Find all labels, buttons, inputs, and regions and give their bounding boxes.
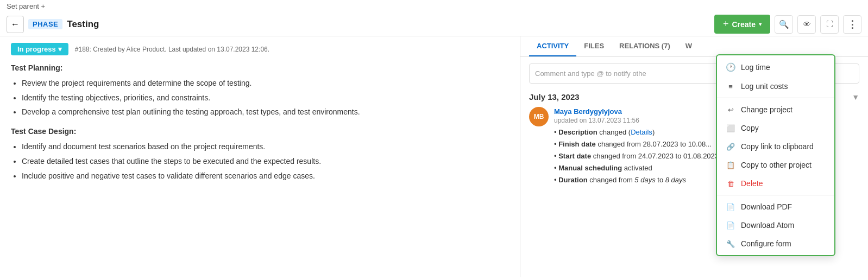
search-icon: 🔍 <box>779 20 789 29</box>
dropdown-download-pdf-label: Download PDF <box>741 202 792 211</box>
left-panel: In progress ▾ #188: Created by Alice Pro… <box>0 36 520 277</box>
search-button[interactable]: 🔍 <box>775 15 793 34</box>
back-button[interactable]: ← <box>7 16 24 33</box>
expand-button[interactable]: ⛶ <box>820 15 839 34</box>
dropdown-copy-to-project[interactable]: 📋 Copy to other project <box>717 156 834 174</box>
dropdown-copy-label: Copy <box>741 124 759 132</box>
trash-icon: 🗑 <box>726 180 735 188</box>
more-icon: ⋮ <box>847 18 857 30</box>
top-bar-left: ← PHASE Testing <box>7 16 99 33</box>
dropdown-download-pdf[interactable]: 📄 Download PDF <box>717 198 834 216</box>
tab-files[interactable]: FILES <box>576 36 612 56</box>
eye-icon: 👁 <box>803 20 811 29</box>
dropdown-download-atom[interactable]: 📄 Download Atom <box>717 216 834 234</box>
date-label: July 13, 2023 <box>529 92 580 101</box>
activity-user-link[interactable]: Maya Berdygylyjova <box>554 107 622 116</box>
meta-info: #188: Created by Alice Product. Last upd… <box>75 46 269 53</box>
list-item: Create detailed test cases that outline … <box>22 155 509 168</box>
context-dropdown-menu: 🕐 Log time ≡ Log unit costs ↩ Change pro… <box>716 54 835 256</box>
create-dropdown-arrow: ▾ <box>759 21 762 27</box>
dropdown-log-unit-costs-label: Log unit costs <box>741 82 788 91</box>
layers-icon: ≡ <box>726 82 735 91</box>
top-bar: ← PHASE Testing + Create ▾ 🔍 👁 ⛶ ⋮ <box>0 12 868 36</box>
dropdown-copy-link[interactable]: 🔗 Copy link to clipboard <box>717 137 834 156</box>
dropdown-copy-to-project-label: Copy to other project <box>741 161 812 169</box>
list-item: Identify and document test scenarios bas… <box>22 141 509 154</box>
status-label: In progress <box>17 45 56 53</box>
expand-icon: ⛶ <box>826 20 833 28</box>
dropdown-log-time[interactable]: 🕐 Log time <box>717 58 834 77</box>
content-body: Test Planning: Review the project requir… <box>11 62 509 182</box>
dropdown-log-unit-costs[interactable]: ≡ Log unit costs <box>717 77 834 96</box>
filter-icon[interactable]: ▼ <box>852 93 859 101</box>
section2-list: Identify and document test scenarios bas… <box>11 141 509 182</box>
list-item: Develop a comprehensive test plan outlin… <box>22 106 509 119</box>
dropdown-delete[interactable]: 🗑 Delete <box>717 174 834 193</box>
dropdown-divider-1 <box>717 98 834 98</box>
more-button[interactable]: ⋮ <box>843 15 861 34</box>
tab-relations[interactable]: RELATIONS (7) <box>612 36 678 56</box>
section2-title: Test Case Design: <box>11 125 509 138</box>
list-item: Review the project requirements and dete… <box>22 77 509 90</box>
create-plus-icon: + <box>723 18 729 30</box>
atom-icon: 📄 <box>726 221 735 230</box>
copy-to-project-icon: 📋 <box>726 161 735 169</box>
top-bar-right: + Create ▾ 🔍 👁 ⛶ ⋮ <box>714 15 861 34</box>
dropdown-configure-form-label: Configure form <box>741 239 791 248</box>
dropdown-delete-label: Delete <box>741 179 763 188</box>
dropdown-change-project[interactable]: ↩ Change project <box>717 100 834 119</box>
dropdown-copy-link-label: Copy link to clipboard <box>741 142 814 151</box>
details-link[interactable]: Details <box>631 128 652 136</box>
wrench-icon: 🔧 <box>726 240 735 248</box>
dropdown-log-time-label: Log time <box>741 63 770 72</box>
dropdown-divider-2 <box>717 195 834 195</box>
list-item: Identify the testing objectives, priorit… <box>22 92 509 105</box>
change-project-icon: ↩ <box>726 106 735 114</box>
create-label: Create <box>732 20 756 29</box>
clock-icon: 🕐 <box>726 62 735 72</box>
dropdown-change-project-label: Change project <box>741 105 792 114</box>
tab-activity[interactable]: ACTIVITY <box>529 36 576 56</box>
phase-label: PHASE <box>28 19 62 29</box>
dropdown-copy[interactable]: ⬜ Copy <box>717 119 834 137</box>
tab-w[interactable]: W <box>678 36 700 56</box>
section1-list: Review the project requirements and dete… <box>11 77 509 119</box>
section1-title: Test Planning: <box>11 62 509 75</box>
status-dropdown-arrow: ▾ <box>58 45 62 53</box>
create-button[interactable]: + Create ▾ <box>714 15 770 34</box>
set-parent-bar: Set parent + <box>0 0 868 12</box>
status-row: In progress ▾ #188: Created by Alice Pro… <box>11 43 509 55</box>
eye-button[interactable]: 👁 <box>797 15 816 34</box>
avatar: MB <box>529 107 549 126</box>
link-icon: 🔗 <box>726 143 735 151</box>
dropdown-download-atom-label: Download Atom <box>741 221 794 230</box>
list-item: Include positive and negative test cases… <box>22 170 509 183</box>
activity-time: updated on 13.07.2023 11:56 <box>554 117 639 124</box>
pdf-icon: 📄 <box>726 203 735 211</box>
copy-icon: ⬜ <box>726 124 735 132</box>
task-title: Testing <box>67 19 99 30</box>
dropdown-configure-form[interactable]: 🔧 Configure form <box>717 234 834 253</box>
set-parent-link[interactable]: Set parent + <box>7 2 45 10</box>
status-badge[interactable]: In progress ▾ <box>11 43 68 55</box>
